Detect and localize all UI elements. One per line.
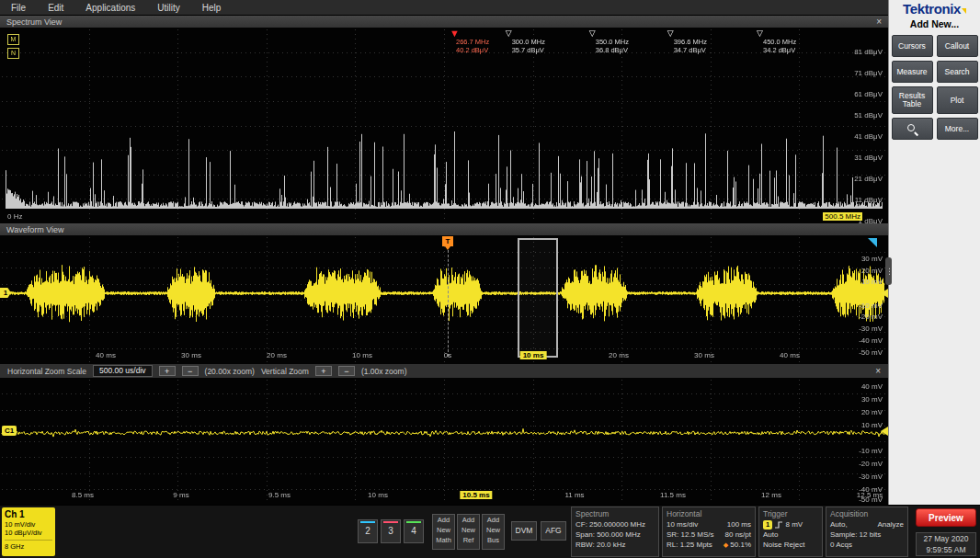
horizontal-panel-title: Horizontal bbox=[667, 508, 751, 519]
add-new-math-button[interactable]: AddNewMath bbox=[432, 514, 455, 550]
menu-help[interactable]: Help bbox=[191, 3, 233, 13]
horizontal-settings-panel[interactable]: Horizontal 10 ms/div100 ms SR: 12.5 MS/s… bbox=[662, 507, 756, 557]
magnifier-waveform-icon bbox=[906, 123, 918, 135]
trigger-position-icon: ◆ bbox=[724, 541, 728, 548]
acquisition-settings-panel[interactable]: Acquisition Auto,Analyze Sample: 12 bits… bbox=[826, 507, 908, 557]
acquisition-sample-value: Sample: 12 bits bbox=[830, 530, 881, 540]
spectrum-settings-panel[interactable]: Spectrum CF: 250.000000 MHz Span: 500.00… bbox=[571, 507, 659, 557]
menu-bar: File Edit Applications Utility Help bbox=[0, 0, 888, 16]
measure-button[interactable]: Measure bbox=[892, 61, 933, 83]
waveform-trace-canvas[interactable] bbox=[0, 235, 888, 364]
callout-button[interactable]: Callout bbox=[937, 35, 978, 57]
channel1-zoom-badge[interactable]: C1 bbox=[2, 426, 17, 436]
spectrum-start-frequency-label: 0 Hz bbox=[7, 212, 22, 221]
right-sidebar: Tektronix Add New... Cursors Callout Mea… bbox=[888, 0, 980, 505]
zoom-selection-box[interactable] bbox=[518, 238, 558, 358]
cursors-button[interactable]: Cursors bbox=[892, 35, 933, 57]
resolution-value: 80 ns/pt bbox=[725, 530, 751, 540]
tektronix-logo: Tektronix bbox=[889, 1, 980, 17]
spectrum-stop-frequency-label: 500.5 MHz bbox=[823, 212, 862, 221]
channel1-name: Ch 1 bbox=[5, 509, 52, 520]
trigger-mode-value: Auto bbox=[763, 530, 778, 540]
vertical-zoom-factor-label: (1.00x zoom) bbox=[361, 367, 407, 376]
channel1-badge[interactable]: Ch 1 10 mV/div 10 dBμV/div 8 GHz bbox=[2, 507, 55, 556]
panel-splitter-handle[interactable]: ⋮ bbox=[885, 257, 892, 285]
channel1-spectrum-scale: 10 dBμV/div bbox=[5, 529, 52, 537]
oscilloscope-app: File Edit Applications Utility Help Spec… bbox=[0, 0, 980, 558]
trigger-position-value: 50.1% bbox=[730, 541, 751, 549]
sidebar-button-grid: Cursors Callout Measure Search Results T… bbox=[889, 35, 980, 140]
spectrum-view-title: Spectrum View bbox=[6, 17, 62, 27]
bottom-status-bar: Ch 1 10 mV/div 10 dBμV/div 8 GHz 2 3 4 A… bbox=[0, 505, 980, 558]
zoom-channel1-level-arrow-icon bbox=[881, 427, 888, 436]
sample-rate-value: SR: 12.5 MS/s bbox=[667, 530, 714, 540]
afg-button[interactable]: AFG bbox=[541, 521, 566, 541]
logo-accent-icon bbox=[962, 8, 966, 14]
trigger-marker-icon[interactable]: T bbox=[442, 236, 453, 246]
acquisition-panel-title: Acquisition bbox=[830, 508, 904, 519]
channel2-color-bar bbox=[360, 521, 375, 523]
preview-button[interactable]: Preview bbox=[916, 508, 976, 527]
channel3-color-bar bbox=[383, 521, 398, 523]
menu-file[interactable]: File bbox=[0, 3, 37, 13]
spectrum-view-header: Spectrum View × bbox=[0, 16, 888, 28]
channel2-button[interactable]: 2 bbox=[358, 519, 378, 543]
trigger-panel-title: Trigger bbox=[763, 508, 818, 519]
rbw-value: RBW: 20.0 kHz bbox=[575, 540, 626, 550]
date-value: 27 May 2020 bbox=[917, 533, 975, 544]
spectrum-trace-canvas[interactable] bbox=[0, 28, 888, 223]
zoom-scale-bar: Horizontal Zoom Scale 500.00 us/div + − … bbox=[0, 364, 888, 378]
spectrum-trace-badges: M N bbox=[7, 34, 19, 62]
add-new-bus-button[interactable]: AddNewBus bbox=[482, 514, 505, 550]
spectrum-plot[interactable]: M N ▼266.7 MHz40.2 dBμV▽300.0 MHz35.7 dB… bbox=[0, 28, 888, 223]
plot-button[interactable]: Plot bbox=[937, 86, 978, 114]
waveform-plot[interactable]: T 1 40 ms30 ms20 ms10 ms0s10 ms20 ms30 m… bbox=[0, 235, 888, 364]
add-new-label: Add New... bbox=[889, 18, 980, 29]
spectrum-close-icon[interactable]: × bbox=[876, 17, 882, 27]
zoom-tool-button[interactable] bbox=[892, 118, 933, 140]
results-table-button[interactable]: Results Table bbox=[892, 86, 933, 114]
add-new-ref-button[interactable]: AddNewRef bbox=[457, 514, 480, 550]
trigger-position-line bbox=[448, 250, 449, 357]
horizontal-zoom-factor-label: (20.00x zoom) bbox=[205, 367, 255, 376]
trigger-coupling-value: Noise Reject bbox=[763, 540, 804, 550]
channel1-bandwidth: 8 GHz bbox=[5, 540, 52, 551]
vertical-zoom-label: Vertical Zoom bbox=[261, 367, 309, 376]
span-value: Span: 500.000 MHz bbox=[575, 530, 641, 540]
menu-utility[interactable]: Utility bbox=[146, 3, 190, 13]
channel4-button[interactable]: 4 bbox=[404, 519, 424, 543]
horizontal-zoom-scale-label: Horizontal Zoom Scale bbox=[7, 367, 86, 376]
trigger-settings-panel[interactable]: Trigger 1 8 mV Auto Noise Reject bbox=[758, 507, 823, 557]
horizontal-zoom-decrease-button[interactable]: − bbox=[182, 366, 199, 376]
acquisition-mode-value: Auto, bbox=[830, 519, 848, 530]
waveform-view-header: Waveform View bbox=[0, 223, 888, 235]
more-button[interactable]: More... bbox=[937, 118, 978, 140]
max-hold-trace-badge[interactable]: M bbox=[7, 34, 19, 45]
rising-edge-icon bbox=[774, 520, 783, 530]
zoomed-waveform-plot[interactable]: C1 8.5 ms9 ms9.5 ms10 ms10.5 ms11 ms11.5… bbox=[0, 378, 888, 505]
channel1-level-arrow-icon bbox=[881, 289, 888, 298]
zoomed-waveform-trace-canvas[interactable] bbox=[0, 378, 888, 505]
acquisition-analyze-label: Analyze bbox=[878, 519, 904, 530]
vertical-zoom-increase-button[interactable]: + bbox=[315, 366, 332, 376]
vertical-zoom-decrease-button[interactable]: − bbox=[338, 366, 355, 376]
time-value: 9:59:55 AM bbox=[917, 544, 975, 555]
menu-edit[interactable]: Edit bbox=[37, 3, 74, 13]
channel1-scale: 10 mV/div bbox=[5, 520, 52, 529]
horizontal-zoom-scale-value[interactable]: 500.00 us/div bbox=[93, 365, 153, 377]
datetime-display: 27 May 2020 9:59:55 AM bbox=[916, 532, 976, 556]
horizontal-window-value: 100 ms bbox=[727, 519, 751, 530]
record-length-value: RL: 1.25 Mpts bbox=[667, 540, 712, 550]
dvm-button[interactable]: DVM bbox=[511, 521, 537, 541]
waveform-zoom-indicator-icon[interactable] bbox=[868, 238, 877, 247]
trigger-level-value: 8 mV bbox=[785, 520, 803, 529]
search-button[interactable]: Search bbox=[937, 61, 978, 83]
channel4-color-bar bbox=[406, 521, 421, 523]
zoom-close-icon[interactable]: × bbox=[875, 367, 881, 376]
horizontal-zoom-increase-button[interactable]: + bbox=[159, 366, 176, 376]
acquisition-count-value: 0 Acqs bbox=[830, 540, 852, 550]
spectrum-panel-title: Spectrum bbox=[575, 508, 655, 519]
normal-trace-badge[interactable]: N bbox=[7, 48, 19, 59]
menu-applications[interactable]: Applications bbox=[74, 3, 146, 13]
channel3-button[interactable]: 3 bbox=[381, 519, 401, 543]
